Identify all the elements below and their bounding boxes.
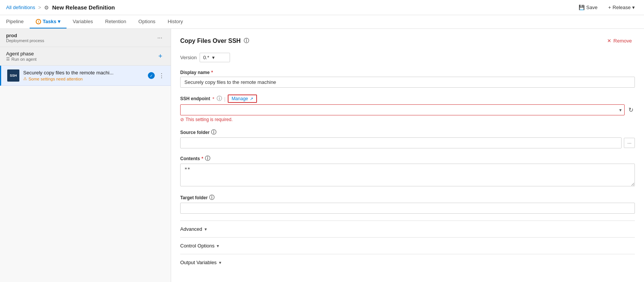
task-icon-box: SSH: [7, 69, 19, 82]
contents-info-icon[interactable]: ⓘ: [205, 155, 210, 162]
phase-sub-label: Run on agent: [11, 57, 36, 61]
error-icon: ⊘: [180, 117, 184, 122]
nav-tabs: Pipeline ! Tasks ▾ Variables Retention O…: [0, 15, 644, 29]
output-variables-chevron-icon: ▾: [219, 260, 221, 265]
top-bar-right: 💾 Save + Release ▾: [576, 3, 638, 12]
ssh-endpoint-field: SSH endpoint * ⓘ | Manage ↗ ▾ ↻: [180, 95, 635, 122]
title-info-icon[interactable]: ⓘ: [244, 38, 249, 44]
chevron-down-icon: ▾: [632, 5, 635, 10]
tab-history-label: History: [168, 19, 183, 24]
display-name-field: Display name *: [180, 70, 635, 88]
tab-options[interactable]: Options: [132, 15, 162, 28]
content-header: Copy Files Over SSH ⓘ ✕ Remove: [180, 36, 635, 45]
error-text: This setting is required.: [186, 117, 233, 122]
tab-tasks-label: Tasks: [43, 19, 56, 24]
task-item[interactable]: SSH Securely copy files to the remote ma…: [0, 66, 171, 86]
display-name-input[interactable]: [180, 77, 635, 88]
version-label: Version: [180, 55, 197, 60]
target-folder-field: Target folder ⓘ: [180, 194, 635, 214]
version-row: Version 0.* ▾: [180, 53, 635, 62]
remove-button[interactable]: ✕ Remove: [604, 36, 635, 45]
tab-history[interactable]: History: [162, 15, 189, 28]
warning-icon: ⚠: [23, 76, 27, 81]
endpoint-input-row: ▾ ↻: [180, 104, 635, 115]
ssh-endpoint-info-icon[interactable]: ⓘ: [217, 95, 222, 102]
page-icon: ⚙: [44, 5, 49, 11]
tab-variables-label: Variables: [73, 19, 93, 24]
advanced-label: Advanced: [180, 226, 202, 232]
release-label: Release: [612, 5, 631, 10]
phase-name: Agent phase: [6, 51, 36, 57]
tab-variables[interactable]: Variables: [67, 15, 99, 28]
version-chevron-icon: ▾: [212, 55, 215, 60]
sidebar-section-header: prod Deployment process ···: [0, 29, 171, 47]
task-info: Securely copy files to the remote machi.…: [23, 70, 144, 81]
version-select[interactable]: 0.* ▾: [200, 53, 230, 62]
manage-link[interactable]: Manage: [232, 96, 248, 101]
tab-pipeline[interactable]: Pipeline: [0, 15, 30, 28]
target-folder-label: Target folder ⓘ: [180, 194, 635, 201]
source-folder-field: Source folder ⓘ ···: [180, 129, 635, 148]
task-warning: ⚠ Some settings need attention: [23, 76, 144, 81]
source-folder-browse-button[interactable]: ···: [624, 138, 635, 148]
source-folder-label-text: Source folder: [180, 130, 209, 135]
ssh-endpoint-required: *: [213, 96, 214, 102]
ssh-endpoint-error: ⊘ This setting is required.: [180, 117, 635, 122]
control-options-chevron-icon: ▾: [217, 243, 219, 249]
breadcrumb-link[interactable]: All definitions: [6, 5, 35, 10]
sidebar-section-title: prod: [6, 33, 44, 38]
display-name-label: Display name *: [180, 70, 635, 75]
output-variables-header[interactable]: Output Variables ▾: [180, 260, 635, 265]
ssh-endpoint-select[interactable]: [180, 104, 625, 115]
add-task-button[interactable]: +: [156, 52, 165, 61]
sidebar-more-button[interactable]: ···: [155, 34, 165, 42]
advanced-header[interactable]: Advanced ▾: [180, 226, 635, 232]
version-value: 0.*: [203, 55, 209, 60]
display-name-label-text: Display name: [180, 70, 209, 75]
save-icon: 💾: [579, 5, 585, 10]
tasks-chevron-icon: ▾: [58, 19, 60, 24]
control-options-label: Control Options: [180, 243, 214, 249]
output-variables-label: Output Variables: [180, 260, 217, 265]
ssh-endpoint-label-row: SSH endpoint * ⓘ | Manage ↗: [180, 95, 635, 103]
plus-icon: +: [608, 5, 611, 10]
target-folder-input[interactable]: [180, 203, 635, 214]
source-folder-label: Source folder ⓘ: [180, 129, 635, 136]
output-variables-section: Output Variables ▾: [180, 254, 635, 271]
contents-required: *: [201, 156, 203, 161]
tab-retention[interactable]: Retention: [99, 15, 132, 28]
sidebar: prod Deployment process ··· Agent phase …: [0, 29, 171, 282]
source-folder-info-icon[interactable]: ⓘ: [211, 129, 216, 136]
phase-sub: ☰ Run on agent: [6, 57, 36, 61]
target-folder-info-icon[interactable]: ⓘ: [209, 194, 214, 201]
tab-options-label: Options: [138, 19, 155, 24]
content-area: Copy Files Over SSH ⓘ ✕ Remove Version 0…: [171, 29, 644, 282]
content-title-text: Copy Files Over SSH: [180, 38, 241, 44]
task-check-icon: ✓: [148, 72, 155, 79]
tab-tasks[interactable]: ! Tasks ▾: [30, 15, 67, 28]
source-folder-input[interactable]: [180, 137, 622, 148]
ssh-endpoint-separator: |: [224, 96, 225, 102]
endpoint-refresh-button[interactable]: ↻: [627, 105, 635, 115]
control-options-header[interactable]: Control Options ▾: [180, 243, 635, 249]
task-warning-text: Some settings need attention: [29, 77, 82, 81]
ssh-endpoint-label-text: SSH endpoint: [180, 96, 210, 101]
sidebar-section-info: prod Deployment process: [6, 33, 44, 43]
task-actions: ✓ ⋮: [148, 71, 166, 80]
remove-x-icon: ✕: [607, 38, 611, 44]
top-bar-left: All definitions > ⚙ New Release Definiti…: [6, 4, 576, 11]
advanced-section: Advanced ▾: [180, 221, 635, 237]
release-button[interactable]: + Release ▾: [605, 3, 638, 12]
contents-label-text: Contents: [180, 156, 200, 161]
task-kebab-button[interactable]: ⋮: [157, 71, 166, 80]
manage-link-box: Manage ↗: [228, 95, 257, 103]
save-label: Save: [586, 5, 598, 10]
save-button[interactable]: 💾 Save: [576, 3, 601, 12]
contents-field: Contents * ⓘ **: [180, 155, 635, 187]
tasks-icon: !: [36, 19, 41, 24]
control-options-section: Control Options ▾: [180, 237, 635, 254]
display-name-required: *: [211, 70, 213, 75]
contents-textarea[interactable]: **: [180, 164, 635, 186]
breadcrumb-separator: >: [38, 5, 41, 10]
source-folder-input-row: ···: [180, 137, 635, 148]
